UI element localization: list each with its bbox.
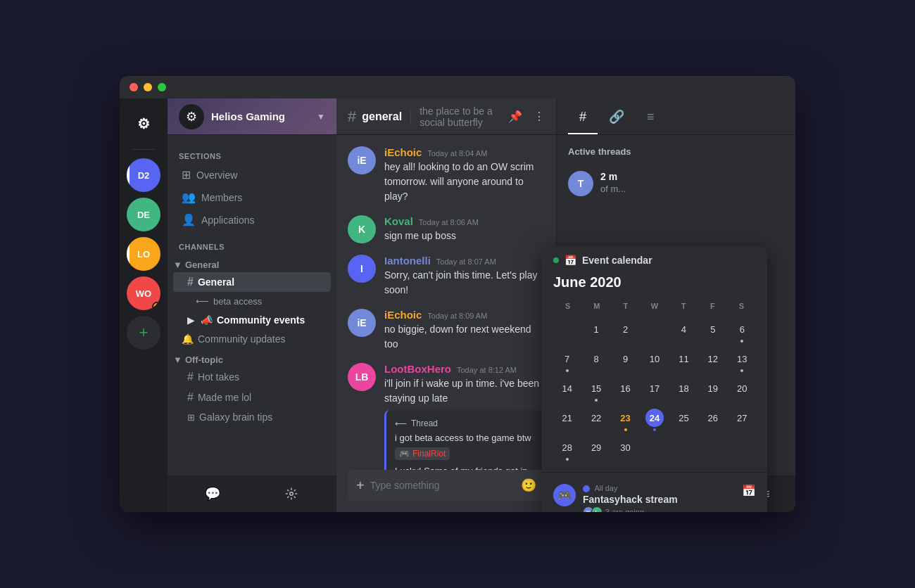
chevron-icon: ▼: [173, 260, 182, 270]
channel-item-made-me-lol[interactable]: # Made me lol: [173, 388, 331, 407]
message-author: Iantonelli: [384, 255, 431, 267]
thread-icon: ⟵: [395, 418, 407, 428]
message-group: LB LootBoxHero Today at 8:12 AM i'll joi…: [348, 363, 545, 470]
active-threads-label: Active threads: [568, 146, 784, 157]
calendar-day-2[interactable]: 2: [612, 317, 639, 345]
message-author: iEchoic: [384, 309, 422, 321]
sidebar-item-overview[interactable]: ⊞ Overview: [173, 164, 331, 186]
tab-attachments[interactable]: 🔗: [598, 101, 636, 134]
calendar-day-21[interactable]: 21: [553, 406, 581, 434]
calendar-day-17[interactable]: 17: [640, 376, 668, 404]
close-button[interactable]: [130, 83, 138, 91]
overview-icon: ⊞: [182, 168, 191, 181]
server-name: Helios Gaming: [211, 110, 317, 122]
settings-footer-button[interactable]: [279, 481, 304, 506]
message-input[interactable]: [370, 480, 515, 491]
server-avatar-d2[interactable]: D2: [127, 158, 160, 192]
attach-button[interactable]: +: [356, 478, 365, 494]
calendar-day-24-today[interactable]: 24: [640, 406, 668, 434]
calendar-day-27[interactable]: 27: [728, 406, 756, 434]
channel-item-community-updates[interactable]: 🔔 Community updates: [173, 330, 331, 348]
tab-hash[interactable]: #: [568, 101, 598, 134]
chevron-right-icon: ▶: [187, 314, 195, 326]
channels-header: Channels: [168, 231, 336, 254]
thread-reply-user: 🎮 FinalRiot: [395, 447, 450, 460]
calendar-day-6[interactable]: 6: [728, 317, 756, 345]
sidebar-content: Sections ⊞ Overview 👥 Members 👤 Applicat…: [168, 135, 336, 475]
channel-item-community-events[interactable]: ▶ 📣 Community events: [173, 311, 331, 329]
thread-preview[interactable]: ⟵ Thread i got beta access to the game b…: [384, 410, 545, 470]
bell-icon: 🔔: [182, 333, 194, 345]
channel-item-galaxy-brain-tips[interactable]: ⊞ Galaxy brain tips: [173, 408, 331, 426]
day-header: S: [727, 299, 756, 313]
calendar-day-25[interactable]: 25: [670, 406, 698, 434]
calendar-day-5[interactable]: 5: [699, 317, 726, 345]
hash-icon: #: [187, 276, 194, 288]
calendar-add-icon[interactable]: 📅: [742, 484, 756, 497]
day-header: W: [640, 299, 669, 313]
calendar-day-12[interactable]: 12: [699, 347, 726, 375]
calendar-day-20[interactable]: 20: [728, 376, 756, 404]
thread-item[interactable]: T 2 m of m...: [568, 165, 784, 202]
calendar-day-22[interactable]: 22: [582, 406, 610, 434]
thread-label: ⟵ Thread: [395, 418, 536, 428]
thread-item-text: of m...: [600, 184, 784, 194]
day-headers: S M T W T F S: [553, 299, 756, 313]
sidebar-item-applications[interactable]: 👤 Applications: [173, 209, 331, 231]
calendar-day-14[interactable]: 14: [553, 376, 581, 404]
calendar-day-8[interactable]: 8: [582, 347, 610, 375]
message-content: iEchoic Today at 8:04 AM hey all! lookin…: [384, 146, 545, 204]
channel-group-general[interactable]: ▼ General: [168, 254, 336, 271]
event-calendar-popup: 📅 Event calendar June 2020 S M T W T F S…: [542, 246, 767, 512]
calendar-day-23[interactable]: 23: [612, 406, 639, 434]
thread-text: i got beta access to the game btw: [395, 433, 536, 443]
message-header: iEchoic Today at 8:04 AM: [384, 146, 545, 158]
message-text: hey all! looking to do an OW scrim tomor…: [384, 160, 545, 204]
calendar-day-1[interactable]: 1: [582, 317, 610, 345]
sections-header: Sections: [168, 141, 336, 163]
calendar-day-16[interactable]: 16: [612, 376, 639, 404]
server-avatar-lo[interactable]: LO: [127, 237, 160, 271]
tab-threads[interactable]: ≡: [636, 101, 666, 134]
server-avatar-de[interactable]: DE: [127, 198, 160, 231]
hash-icon: #: [187, 391, 194, 404]
more-options-icon[interactable]: ⋮: [534, 110, 545, 123]
calendar-day-11[interactable]: 11: [670, 347, 698, 375]
channel-item-hot-takes[interactable]: # Hot takes: [173, 367, 331, 387]
chat-footer-button[interactable]: 💬: [200, 481, 225, 506]
chat-messages: iE iEchoic Today at 8:04 AM hey all! loo…: [336, 135, 556, 470]
pin-icon[interactable]: 📌: [508, 110, 522, 123]
message-author: LootBoxHero: [384, 363, 451, 375]
calendar-day-18[interactable]: 18: [670, 376, 698, 404]
maximize-button[interactable]: [158, 83, 166, 91]
calendar-day-30[interactable]: 30: [612, 435, 639, 464]
calendar-day-26[interactable]: 26: [699, 406, 726, 434]
channel-item-general[interactable]: # General: [173, 272, 331, 292]
calendar-day-15[interactable]: 15: [582, 376, 610, 404]
day-header: T: [611, 299, 640, 313]
sidebar-item-members[interactable]: 👥 Members: [173, 186, 331, 208]
event-item[interactable]: 🎮 All day Fantasyhack stream K L 3 are g…: [542, 478, 767, 512]
server-header[interactable]: ⚙ Helios Gaming ▼: [168, 98, 336, 135]
message-content: LootBoxHero Today at 8:12 AM i'll join i…: [384, 363, 545, 470]
thread-item-content: 2 m of m...: [600, 171, 784, 196]
calendar-day-7[interactable]: 7: [553, 347, 581, 375]
calendar-days: 1 2 4 5 6 7 8 9 10 11 12 13 14 15 16 17 …: [553, 317, 756, 464]
emoji-button[interactable]: 🙂: [521, 478, 536, 493]
add-server-button[interactable]: +: [127, 316, 160, 350]
calendar-day-13[interactable]: 13: [728, 347, 756, 375]
channel-name: general: [362, 110, 402, 123]
server-avatar-helios[interactable]: ⚙: [127, 107, 160, 141]
calendar-day-4[interactable]: 4: [670, 317, 698, 345]
message-group: iE iEchoic Today at 8:04 AM hey all! loo…: [348, 146, 545, 204]
calendar-day-28[interactable]: 28: [553, 435, 581, 464]
message-group: K Koval Today at 8:06 AM sign me up boss: [348, 215, 545, 243]
server-avatar-wo[interactable]: WO: [127, 276, 160, 310]
minimize-button[interactable]: [144, 83, 152, 91]
calendar-day-10[interactable]: 10: [640, 347, 668, 375]
channel-item-beta-access[interactable]: ⟵ beta access: [173, 293, 331, 310]
calendar-day-19[interactable]: 19: [699, 376, 726, 404]
calendar-day-29[interactable]: 29: [582, 435, 610, 464]
channel-group-off-topic[interactable]: ▼ Off-topic: [168, 349, 336, 366]
calendar-day-9[interactable]: 9: [612, 347, 639, 375]
